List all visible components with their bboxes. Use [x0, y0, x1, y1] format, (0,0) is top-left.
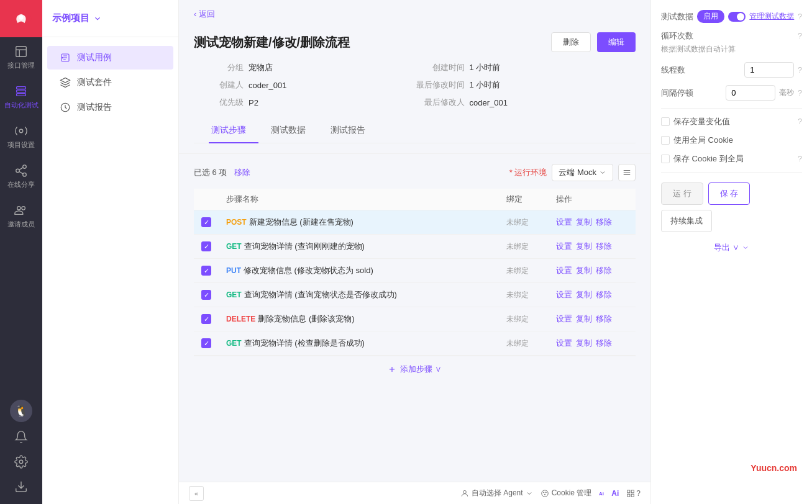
settings-icon-btn[interactable]	[11, 452, 31, 472]
col-checkbox	[194, 189, 219, 210]
add-step-button[interactable]: 添加步骤 ∨	[194, 356, 636, 382]
test-reports-label: 测试报告	[77, 102, 112, 113]
tab-report[interactable]: 测试报告	[328, 119, 378, 143]
steps-area: 已选 6 项 移除 * 运行环境 云端 Mock	[179, 154, 650, 482]
help-icon[interactable]: ?	[636, 489, 641, 498]
row-checkbox[interactable]	[201, 314, 211, 324]
tab-steps[interactable]: 测试步骤	[209, 119, 258, 143]
cookie-section: Cookie 管理	[541, 488, 592, 498]
right-panel: 测试数据 启用 管理测试数据 ? 循环次数 ? 根据测试数据自动计算 线程数 ?…	[650, 0, 812, 504]
menu-icon-btn[interactable]	[618, 164, 636, 181]
sidebar-item-test-cases[interactable]: 测试用例	[47, 46, 173, 70]
global-cookie-label: 使用全局 Cookie	[673, 135, 733, 146]
steps-table: 步骤名称 绑定 操作 POST新建宠物信息 (新建在售宠物)未绑定设置复制移除G…	[194, 189, 636, 356]
loop-count-label: 循环次数	[661, 30, 693, 42]
global-cookie-checkbox[interactable]	[661, 136, 670, 145]
delete-button[interactable]: 删除	[551, 32, 591, 52]
action-设置-link[interactable]: 设置	[556, 314, 572, 323]
agent-dropdown-icon	[526, 490, 533, 497]
ai-label[interactable]: Ai	[611, 489, 619, 498]
test-data-help-icon[interactable]: ?	[798, 12, 802, 21]
cookie-label[interactable]: Cookie 管理	[552, 488, 592, 498]
interval-unit: 毫秒	[779, 88, 794, 98]
action-移除-link[interactable]: 移除	[596, 290, 612, 299]
action-复制-link[interactable]: 复制	[576, 290, 592, 299]
thread-count-input[interactable]	[744, 62, 794, 78]
collapse-button[interactable]: «	[189, 486, 204, 501]
download-icon-btn[interactable]	[11, 477, 31, 497]
row-name-cell: POST新建宠物信息 (新建在售宠物)	[219, 210, 499, 235]
action-复制-link[interactable]: 复制	[576, 217, 592, 227]
edit-button[interactable]: 编辑	[597, 32, 636, 52]
run-env-select[interactable]: 云端 Mock	[552, 164, 613, 181]
step-name: 查询宠物详情 (查询宠物状态是否修改成功)	[244, 290, 397, 299]
toggle-dot[interactable]	[728, 12, 746, 22]
save-button[interactable]: 保 存	[708, 182, 750, 205]
sidebar-item-test-reports[interactable]: 测试报告	[47, 96, 173, 119]
layout-body: ‹ 返回 测试宠物新建/修改/删除流程 删除 编辑 分组 宠物店 创建时间 1 …	[179, 0, 812, 504]
action-复制-link[interactable]: 复制	[576, 266, 592, 275]
remove-selected-link[interactable]: 移除	[234, 168, 250, 177]
meta-grid: 分组 宠物店 创建时间 1 小时前 创建人 coder_001 最后修改时间 1…	[194, 62, 636, 108]
row-checkbox[interactable]	[201, 241, 211, 251]
interval-input[interactable]	[726, 85, 775, 101]
sidebar-item-automation[interactable]: 自动化测试	[0, 77, 42, 117]
sidebar-item-members[interactable]: 邀请成员	[0, 196, 42, 236]
action-设置-link[interactable]: 设置	[556, 290, 572, 299]
save-var-checkbox[interactable]	[661, 117, 670, 126]
action-复制-link[interactable]: 复制	[576, 241, 592, 251]
step-name: 新建宠物信息 (新建在售宠物)	[249, 217, 354, 227]
panel-test-data-row: 测试数据 启用 管理测试数据 ?	[661, 10, 802, 23]
export-row[interactable]: 导出 ∨	[661, 242, 802, 253]
user-avatar[interactable]: 🐧	[10, 400, 32, 422]
action-移除-link[interactable]: 移除	[596, 314, 612, 323]
notification-icon-btn[interactable]	[11, 427, 31, 447]
row-checkbox[interactable]	[201, 217, 211, 227]
creator-label: 创建人	[194, 79, 244, 91]
row-checkbox[interactable]	[201, 290, 211, 300]
action-设置-link[interactable]: 设置	[556, 217, 572, 227]
action-设置-link[interactable]: 设置	[556, 266, 572, 275]
interval-help-icon[interactable]: ?	[798, 89, 802, 97]
dropdown-icon[interactable]	[93, 14, 102, 23]
action-移除-link[interactable]: 移除	[596, 217, 612, 227]
interval-label: 间隔停顿	[661, 88, 693, 99]
sidebar-item-interface[interactable]: 接口管理	[0, 37, 42, 77]
back-link[interactable]: ‹ 返回	[194, 9, 636, 20]
action-移除-link[interactable]: 移除	[596, 266, 612, 275]
save-cookie-checkbox[interactable]	[661, 155, 670, 163]
action-复制-link[interactable]: 复制	[576, 314, 592, 323]
sidebar-item-share[interactable]: 在线分享	[0, 156, 42, 196]
row-checkbox[interactable]	[201, 338, 211, 348]
ci-button[interactable]: 持续集成	[661, 210, 712, 232]
svg-point-16	[543, 492, 544, 492]
action-移除-link[interactable]: 移除	[596, 338, 612, 348]
thread-count-help-icon[interactable]: ?	[798, 66, 802, 74]
manage-data-link[interactable]: 管理测试数据	[749, 11, 794, 22]
action-移除-link[interactable]: 移除	[596, 241, 612, 251]
agent-label[interactable]: 自动选择 Agent	[472, 488, 523, 498]
sidebar-header: 示例项目	[42, 0, 178, 37]
svg-rect-2	[16, 46, 27, 56]
sidebar-item-project[interactable]: 项目设置	[0, 117, 42, 156]
action-设置-link[interactable]: 设置	[556, 241, 572, 251]
project-label: 项目设置	[7, 140, 35, 150]
center-content: ‹ 返回 测试宠物新建/修改/删除流程 删除 编辑 分组 宠物店 创建时间 1 …	[179, 0, 650, 504]
save-cookie-help-icon[interactable]: ?	[798, 155, 802, 163]
loop-count-help-icon[interactable]: ?	[798, 32, 802, 40]
tab-data[interactable]: 测试数据	[268, 119, 318, 143]
table-row: PUT修改宠物信息 (修改宠物状态为 sold)未绑定设置复制移除	[194, 259, 636, 283]
svg-point-14	[463, 490, 467, 493]
row-checkbox[interactable]	[201, 266, 211, 276]
sidebar-item-test-suites[interactable]: 测试套件	[47, 71, 173, 94]
run-button[interactable]: 运 行	[661, 182, 703, 205]
ai-icon: Ai	[599, 488, 609, 498]
action-设置-link[interactable]: 设置	[556, 338, 572, 348]
toggle-on-btn[interactable]: 启用	[697, 10, 724, 23]
save-var-help-icon[interactable]: ?	[798, 117, 802, 126]
row-bind-cell: 未绑定	[499, 235, 549, 259]
col-bind: 绑定	[499, 189, 549, 210]
action-复制-link[interactable]: 复制	[576, 338, 592, 348]
app-logo[interactable]	[0, 0, 42, 37]
test-cases-label: 测试用例	[77, 52, 112, 63]
